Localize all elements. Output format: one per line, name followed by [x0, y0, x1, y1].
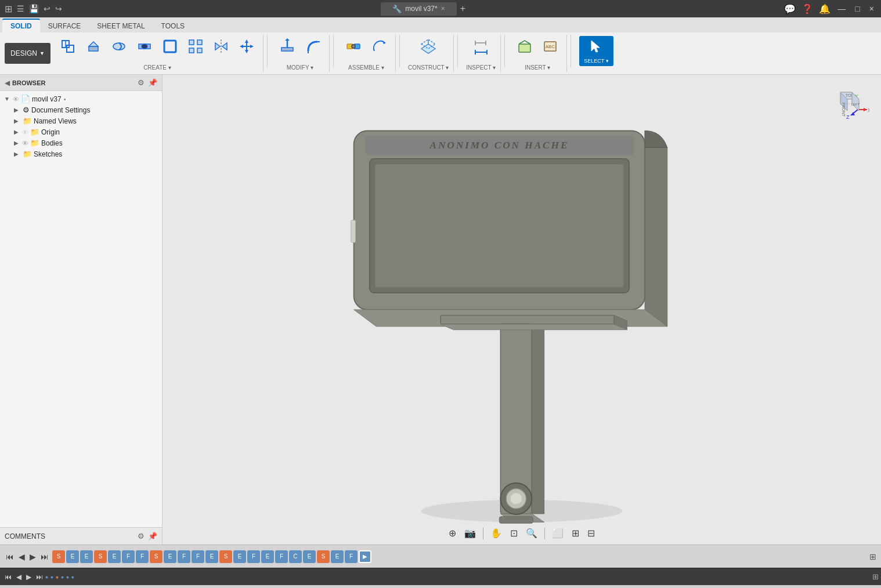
camera-button[interactable]: 📷: [462, 527, 478, 540]
tab-sheet-metal[interactable]: SHEET METAL: [89, 20, 153, 32]
root-arrow-icon: ▼: [2, 96, 12, 102]
origin-display-button[interactable]: ⊕: [446, 527, 458, 540]
chat-icon[interactable]: 💬: [784, 3, 796, 14]
timeline-item-11[interactable]: F: [192, 550, 204, 563]
timeline-play-button[interactable]: ▶: [28, 552, 37, 561]
bodies-folder-icon: 📁: [30, 139, 39, 147]
timeline-item-14[interactable]: E: [233, 550, 246, 563]
tab-solid[interactable]: SOLID: [2, 19, 40, 32]
status-nav-1[interactable]: ⏮: [2, 573, 14, 581]
app-grid-icon[interactable]: ⊞: [5, 3, 12, 14]
undo-icon[interactable]: ↩: [44, 4, 50, 13]
tool-extrude[interactable]: [82, 36, 105, 57]
tool-measure[interactable]: [470, 36, 493, 57]
display-mode-button[interactable]: ⬜: [550, 527, 566, 540]
tool-new-component[interactable]: [56, 36, 80, 57]
tool-mirror[interactable]: [210, 36, 233, 57]
maximize-button[interactable]: □: [853, 4, 862, 13]
notifications-icon[interactable]: 🔔: [819, 3, 831, 14]
timeline-item-15[interactable]: F: [247, 550, 260, 563]
timeline-item-8[interactable]: S: [150, 550, 163, 563]
minimize-button[interactable]: —: [835, 4, 848, 13]
timeline-item-17[interactable]: F: [275, 550, 288, 563]
timeline-item-21[interactable]: E: [331, 550, 344, 563]
tab-tools[interactable]: TOOLS: [153, 20, 193, 32]
zoom-button[interactable]: 🔍: [523, 527, 540, 540]
tool-move[interactable]: [235, 36, 258, 57]
timeline-item-16[interactable]: E: [261, 550, 274, 563]
tool-offset-plane[interactable]: [417, 36, 440, 57]
sidebar-collapse-icon[interactable]: ◀: [5, 79, 10, 87]
redo-icon[interactable]: ↪: [55, 4, 62, 13]
timeline-item-7[interactable]: F: [136, 550, 149, 563]
tab-surface[interactable]: SURFACE: [40, 20, 89, 32]
bodies-eye-icon[interactable]: 👁: [22, 140, 28, 147]
timeline-forward-button[interactable]: ⏭: [39, 552, 50, 561]
tool-hole[interactable]: [133, 36, 156, 57]
timeline-item-19[interactable]: E: [303, 550, 316, 563]
design-dropdown[interactable]: DESIGN ▼: [5, 43, 50, 64]
status-play-btn[interactable]: ▶: [24, 573, 34, 581]
grid-button[interactable]: ⊞: [569, 527, 582, 540]
timeline-item-18[interactable]: C: [289, 550, 302, 563]
timeline-item-4[interactable]: S: [94, 550, 107, 563]
root-eye-icon[interactable]: 👁: [13, 96, 19, 103]
timeline-item-3[interactable]: E: [80, 550, 93, 563]
tree-item-origin[interactable]: ▶ 👁 📁 Origin: [0, 126, 162, 137]
timeline-item-20[interactable]: S: [317, 550, 330, 563]
tool-insert-mesh[interactable]: [513, 36, 536, 57]
tree-item-root[interactable]: ▼ 👁 📄 movil v37 •: [0, 93, 162, 104]
zoom-fit-button[interactable]: ⊡: [508, 527, 520, 540]
timeline-item-current[interactable]: ▶: [359, 550, 371, 563]
timeline-item-1[interactable]: S: [52, 550, 65, 563]
tool-decal[interactable]: ABC: [539, 36, 562, 57]
status-right-icon[interactable]: ⊞: [872, 572, 879, 581]
svg-marker-59: [864, 108, 867, 111]
origin-eye-icon[interactable]: 👁: [22, 129, 28, 136]
timeline-item-22[interactable]: F: [345, 550, 358, 563]
view-settings-button[interactable]: ⊟: [585, 527, 597, 540]
timeline-prev-button[interactable]: ◀: [17, 552, 26, 561]
timeline-end-button[interactable]: ⊞: [869, 552, 876, 561]
viewport[interactable]: ANONIMO CON HACHE: [163, 75, 881, 545]
timeline-item-13[interactable]: S: [219, 550, 232, 563]
sidebar-settings-icon[interactable]: ⚙: [138, 78, 145, 87]
tool-as-built-joint[interactable]: [367, 36, 391, 57]
timeline-item-9[interactable]: E: [164, 550, 176, 563]
view-cube[interactable]: X Y Z TOP FRONT LEFT: [823, 86, 869, 133]
pan-button[interactable]: ✋: [488, 527, 504, 540]
select-button[interactable]: SELECT ▾: [579, 36, 613, 66]
timeline-rewind-button[interactable]: ⏮: [5, 552, 15, 561]
tree-item-sketches[interactable]: ▶ 📁 Sketches: [0, 148, 162, 159]
timeline-item-5[interactable]: E: [108, 550, 121, 563]
tree-item-doc-settings[interactable]: ▶ ⚙ Document Settings: [0, 104, 162, 115]
tree-item-bodies[interactable]: ▶ 👁 📁 Bodies: [0, 137, 162, 148]
comments-pin-icon[interactable]: 📌: [148, 532, 157, 540]
timeline-item-12[interactable]: E: [205, 550, 218, 563]
tool-joint[interactable]: [342, 36, 365, 57]
help-icon[interactable]: ❓: [801, 3, 813, 14]
status-nav-3[interactable]: ⏭: [34, 573, 45, 581]
tool-shell[interactable]: [158, 36, 182, 57]
svg-rect-1: [67, 45, 74, 52]
status-nav-2[interactable]: ◀: [14, 573, 24, 581]
tool-fillet[interactable]: [301, 36, 324, 57]
comments-settings-icon[interactable]: ⚙: [138, 532, 145, 540]
tab-close-button[interactable]: ×: [441, 5, 445, 13]
app-menu-icon[interactable]: ☰: [17, 4, 24, 13]
root-folder-icon: 📄: [21, 95, 30, 103]
new-tab-button[interactable]: +: [460, 3, 465, 14]
tree-item-named-views[interactable]: ▶ 📁 Named Views: [0, 115, 162, 126]
close-button[interactable]: ×: [867, 4, 876, 13]
active-tab[interactable]: 🔧 movil v37* ×: [381, 2, 456, 16]
as-built-joint-icon: [370, 37, 388, 56]
svg-text:ANONIMO CON HACHE: ANONIMO CON HACHE: [429, 140, 569, 151]
timeline-item-6[interactable]: F: [122, 550, 135, 563]
timeline-item-2[interactable]: E: [66, 550, 79, 563]
save-icon[interactable]: 💾: [29, 4, 39, 13]
timeline-item-10[interactable]: F: [178, 550, 190, 563]
sidebar-pin-icon[interactable]: 📌: [148, 78, 157, 87]
tool-revolve[interactable]: [107, 36, 131, 57]
tool-press-pull[interactable]: [276, 36, 299, 57]
tool-pattern[interactable]: [184, 36, 207, 57]
